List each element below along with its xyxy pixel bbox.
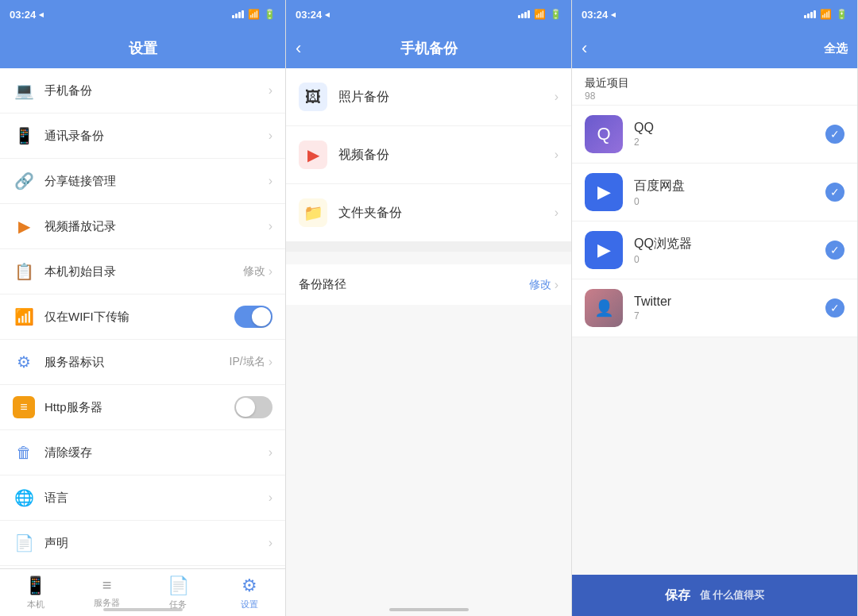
server-id-arrow: › — [269, 355, 272, 369]
settings-item-server-id[interactable]: ⚙ 服务器标识 IP/域名 › — [0, 340, 285, 385]
wifi-only-label: 仅在WIFI下传输 — [44, 310, 234, 325]
server-id-label: 服务器标识 — [44, 355, 230, 370]
sb-3 — [810, 12, 813, 18]
backup-path-arrow: › — [555, 278, 558, 292]
location-icon-1: ◂ — [39, 10, 44, 20]
language-icon: 🌐 — [13, 487, 35, 509]
tab-settings[interactable]: ⚙ 设置 — [214, 569, 285, 616]
settings-item-language[interactable]: 🌐 语言 › — [0, 475, 285, 521]
wifi-icon-3: 📶 — [820, 9, 832, 20]
settings-item-local-dir[interactable]: 📋 本机初始目录 修改 › — [0, 249, 285, 295]
share-link-label: 分享链接管理 — [44, 174, 269, 189]
backup-back-button[interactable]: ‹ — [296, 38, 301, 59]
time-1: 03:24 — [10, 9, 36, 21]
wifi-only-icon: 📶 — [13, 306, 35, 328]
app-list-panel: 03:24 ◂ 📶 🔋 ‹ 全选 最近项目 98 Q — [572, 0, 858, 616]
settings-item-share-link[interactable]: 🔗 分享链接管理 › — [0, 159, 285, 204]
signal-bar-1 — [232, 15, 234, 18]
settings-item-http-server[interactable]: ≡ Http服务器 — [0, 385, 285, 430]
settings-item-wifi-only[interactable]: 📶 仅在WIFI下传输 — [0, 295, 285, 340]
settings-scroll[interactable]: 💻 手机备份 › 📱 通讯录备份 › 🔗 分享链接管理 › ▶ 视频播放记录 ›… — [0, 68, 285, 616]
qqbrowser-check-circle[interactable]: ✓ — [825, 241, 844, 260]
declaration-icon: 📄 — [13, 532, 35, 554]
photo-backup-icon-bg: 🖼 — [299, 83, 327, 111]
settings-item-phone-backup[interactable]: 💻 手机备份 › — [0, 68, 285, 114]
status-bar-2: 03:24 ◂ 📶 🔋 — [286, 0, 571, 29]
backup-panel: 03:24 ◂ 📶 🔋 ‹ 手机备份 🖼 照片备份 › — [286, 0, 572, 616]
battery-icon-2: 🔋 — [550, 9, 562, 20]
contacts-backup-arrow: › — [269, 129, 272, 143]
twitter-app-info: Twitter 7 — [634, 295, 825, 321]
video-backup-emoji: ▶ — [307, 145, 319, 164]
backup-title: 手机备份 — [400, 39, 458, 58]
signal-bar-2 — [235, 13, 238, 18]
status-icons-2: 📶 🔋 — [518, 9, 562, 20]
qq-app-name: QQ — [634, 121, 825, 135]
watermark: 值 什么值得买 — [700, 588, 765, 603]
select-all-button[interactable]: 全选 — [824, 41, 848, 56]
settings-item-video-history[interactable]: ▶ 视频播放记录 › — [0, 204, 285, 249]
qqbrowser-check-mark: ✓ — [830, 244, 840, 256]
sb-2 — [807, 13, 810, 18]
tab-local[interactable]: 📱 本机 — [0, 569, 72, 616]
qq-check-circle[interactable]: ✓ — [825, 125, 844, 144]
app-item-qq[interactable]: Q QQ 2 ✓ — [572, 106, 857, 164]
http-toggle-knob — [236, 398, 255, 417]
battery-icon-3: 🔋 — [836, 9, 848, 20]
wifi-toggle-knob — [252, 307, 271, 326]
backup-section-gap — [286, 242, 571, 252]
app-item-twitter[interactable]: 👤 Twitter 7 ✓ — [572, 279, 857, 337]
baidu-app-info: 百度网盘 0 — [634, 178, 825, 207]
folder-backup-item[interactable]: 📁 文件夹备份 › — [286, 184, 571, 242]
app-item-qqbrowser[interactable]: ▶ QQ浏览器 0 ✓ — [572, 221, 857, 279]
settings-panel: 03:24 ◂ 📶 🔋 设置 💻 手机备份 › 📱 通讯录备份 — [0, 0, 286, 616]
http-server-label: Http服务器 — [44, 400, 234, 415]
status-time-1: 03:24 ◂ — [10, 9, 44, 21]
video-history-icon: ▶ — [13, 215, 35, 237]
backup-path-label: 备份路径 — [299, 277, 529, 292]
signal-bars-1 — [232, 10, 244, 18]
baidu-check-mark: ✓ — [830, 186, 840, 198]
applist-scroll[interactable]: 最近项目 98 Q QQ 2 ✓ ▶ 百度网盘 0 — [572, 68, 857, 616]
backup-scroll[interactable]: 🖼 照片备份 › ▶ 视频备份 › 📁 文件夹备份 › 备份路径 修改 › — [286, 68, 571, 616]
video-backup-item[interactable]: ▶ 视频备份 › — [286, 126, 571, 184]
qqbrowser-app-info: QQ浏览器 0 — [634, 236, 825, 265]
local-dir-arrow: › — [269, 264, 272, 279]
signal-bar-3 — [238, 12, 241, 18]
backup-path-action[interactable]: 修改 — [529, 278, 551, 292]
backup-path-row[interactable]: 备份路径 修改 › — [286, 264, 571, 305]
home-indicator-1 — [103, 608, 183, 611]
tab-local-label: 本机 — [27, 599, 44, 610]
share-link-arrow: › — [269, 174, 272, 188]
local-dir-value: 修改 — [243, 264, 265, 279]
save-bar[interactable]: 保存 值 什么值得买 — [572, 575, 857, 616]
twitter-check-mark: ✓ — [830, 302, 840, 314]
photo-backup-label: 照片备份 — [338, 89, 555, 106]
http-toggle[interactable] — [234, 396, 272, 418]
tab-server-label: 服务器 — [94, 597, 120, 609]
twitter-check-circle[interactable]: ✓ — [825, 298, 844, 318]
sb-1 — [804, 15, 806, 18]
settings-item-declaration[interactable]: 📄 声明 › — [0, 521, 285, 566]
save-button-label: 保存 — [665, 587, 690, 604]
recent-section-count: 98 — [585, 90, 844, 102]
baidu-check-circle[interactable]: ✓ — [825, 183, 844, 202]
wifi-toggle[interactable] — [234, 306, 272, 328]
app-item-baidu[interactable]: ▶ 百度网盘 0 ✓ — [572, 164, 857, 221]
applist-back-button[interactable]: ‹ — [582, 38, 587, 59]
clear-cache-icon: 🗑 — [13, 441, 35, 464]
tab-settings-label: 设置 — [241, 599, 258, 610]
time-2: 03:24 — [296, 9, 322, 21]
home-indicator-2 — [389, 608, 469, 611]
s-bar-4 — [528, 10, 530, 18]
time-3: 03:24 — [582, 9, 608, 21]
settings-header: 设置 — [0, 29, 285, 68]
qq-icon-bg: Q — [585, 115, 623, 153]
video-history-arrow: › — [269, 219, 272, 233]
share-link-icon: 🔗 — [13, 170, 35, 192]
photo-backup-item[interactable]: 🖼 照片备份 › — [286, 68, 571, 126]
settings-item-clear-cache[interactable]: 🗑 清除缓存 › — [0, 430, 285, 475]
settings-item-contacts-backup[interactable]: 📱 通讯录备份 › — [0, 114, 285, 159]
contacts-backup-icon: 📱 — [13, 125, 35, 147]
video-history-label: 视频播放记录 — [44, 219, 269, 234]
